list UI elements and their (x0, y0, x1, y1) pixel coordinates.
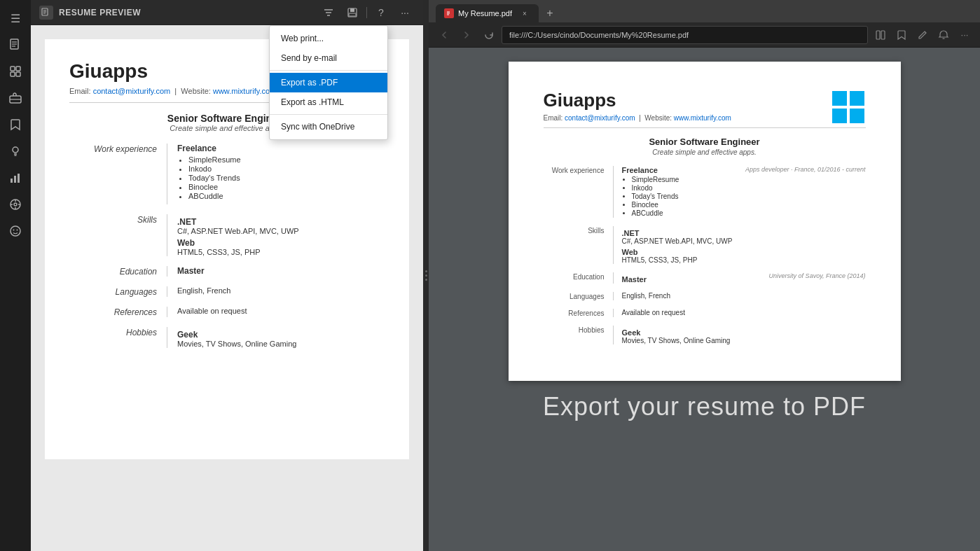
education-section: Education Master (69, 266, 385, 277)
more-button[interactable]: ··· (395, 4, 415, 21)
export-pdf-item[interactable]: Export as .PDF (270, 73, 387, 92)
pdf-languages-section: Languages English, French (544, 292, 866, 300)
dropdown-menu: Web print... Send by e-mail Export as .P… (269, 25, 388, 140)
notification-button[interactable] (934, 25, 953, 45)
browser-chrome: My Resume.pdf × + file:///C:/Users/cindo… (429, 0, 980, 48)
layout-icon[interactable] (3, 59, 28, 84)
references-content: Available on request (167, 307, 385, 317)
forward-button[interactable] (457, 25, 476, 45)
refresh-button[interactable] (479, 25, 499, 45)
skills-content: .NET C#, ASP.NET Web.API, MVC, UWP Web H… (167, 214, 385, 256)
briefcase-icon[interactable] (3, 85, 28, 111)
work-item: Inkodo (188, 165, 385, 173)
tab-favicon (444, 8, 454, 18)
pdf-job-title: Senior Software Engineer (544, 137, 866, 147)
svg-rect-15 (18, 174, 20, 183)
hobbies-section: Hobbies Geek Movies, TV Shows, Online Ga… (69, 327, 385, 348)
pdf-skill-net: .NET (622, 229, 866, 237)
chart-icon[interactable] (3, 165, 28, 190)
references-label: References (69, 307, 167, 317)
svg-rect-43 (850, 91, 864, 106)
panel-header: RESUME PREVIEW ? ··· (31, 0, 423, 25)
export-html-item[interactable]: Export as .HTML (270, 92, 387, 112)
address-bar[interactable]: file:///C:/Users/cindo/Documents/My%20Re… (502, 26, 868, 44)
pdf-languages-content: English, French (614, 292, 866, 300)
references-section: References Available on request (69, 307, 385, 317)
work-items-list: SimpleResume Inkodo Today's Trends Binoc… (177, 155, 385, 200)
pdf-work-item: Today's Trends (632, 193, 866, 200)
sync-onedrive-item[interactable]: Sync with OneDrive (270, 117, 387, 137)
pdf-skills-section: Skills .NET C#, ASP.NET Web.API, MVC, UW… (544, 226, 866, 264)
windows-logo (831, 90, 866, 125)
svg-rect-39 (876, 31, 880, 39)
pdf-content[interactable]: Giuapps Email: contact@mixturify.com | W… (429, 48, 980, 551)
help-button[interactable]: ? (371, 4, 391, 21)
pdf-skill-net-detail: C#, ASP.NET Web.API, MVC, UWP (622, 237, 866, 245)
back-button[interactable] (434, 25, 454, 45)
pdf-references-content: Available on request (614, 309, 866, 317)
pdf-website[interactable]: www.mixturify.com (674, 114, 731, 122)
work-experience-section: Work experience Freelance SimpleResume I… (69, 144, 385, 204)
send-email-item[interactable]: Send by e-mail (270, 48, 387, 68)
pdf-email[interactable]: contact@mixturify.com (565, 114, 635, 122)
hobby-title: Geek (177, 330, 385, 340)
panel-icon (39, 6, 53, 20)
bookmark-icon[interactable] (3, 112, 28, 137)
svg-rect-7 (16, 72, 20, 76)
pdf-work-item: Inkodo (632, 184, 866, 192)
education-content: Master (167, 266, 385, 277)
web-print-item[interactable]: Web print... (270, 29, 387, 48)
tools-icon[interactable] (3, 192, 28, 217)
pdf-work-item: Binoclee (632, 201, 866, 209)
hobbies-content: Geek Movies, TV Shows, Online Gaming (167, 327, 385, 348)
skill-net-title: .NET (177, 217, 385, 227)
languages-label: Languages (69, 286, 167, 297)
address-text: file:///C:/Users/cindo/Documents/My%20Re… (509, 31, 689, 39)
email-link[interactable]: contact@mixturify.com (93, 87, 171, 95)
bottom-export-text: Export your resume to PDF (543, 381, 866, 430)
svg-point-22 (11, 226, 20, 236)
resize-handle[interactable] (423, 0, 429, 551)
sidebar-toggle-button[interactable] (871, 25, 890, 45)
pdf-work-note: Apps developer · France, 01/2016 - curre… (745, 166, 866, 173)
resize-dots (425, 270, 427, 281)
menu-icon[interactable]: ☰ (3, 6, 28, 31)
svg-point-23 (13, 230, 15, 231)
pdf-panel: My Resume.pdf × + file:///C:/Users/cindo… (429, 0, 980, 551)
website-link[interactable]: www.mixturify.com (213, 87, 276, 95)
browser-tabs: My Resume.pdf × + (429, 0, 980, 22)
resume-panel: RESUME PREVIEW ? ··· Giuapps Email: cont… (31, 0, 423, 551)
smile-icon[interactable] (3, 218, 28, 244)
browser-more-button[interactable]: ··· (955, 25, 974, 45)
svg-rect-5 (16, 67, 20, 71)
edit-button[interactable] (913, 25, 932, 45)
browser-toolbar: file:///C:/Users/cindo/Documents/My%20Re… (429, 22, 980, 48)
panel-title: RESUME PREVIEW (59, 8, 313, 18)
email-label: Email: (69, 87, 91, 95)
pdf-work-label: Work experience (544, 166, 614, 218)
skill-web-title: Web (177, 238, 385, 248)
pdf-hobbies-content: Geek Movies, TV Shows, Online Gaming (614, 326, 866, 344)
skill-web-detail: HTML5, CSS3, JS, PHP (177, 248, 385, 256)
save-button[interactable] (343, 4, 362, 21)
tab-close-button[interactable]: × (519, 8, 530, 19)
pdf-subtitle: Create simple and effective apps. (544, 148, 866, 156)
bookmark-button[interactable] (892, 25, 911, 45)
pdf-work-list: SimpleResume Inkodo Today's Trends Binoc… (622, 176, 866, 217)
pdf-education-content: Master University of Savoy, France (2014… (614, 272, 866, 284)
browser-tab-active[interactable]: My Resume.pdf × (436, 4, 539, 22)
browser-actions: ··· (871, 25, 974, 45)
pdf-edu-note: University of Savoy, France (2014) (769, 272, 866, 279)
pdf-contact: Email: contact@mixturify.com | Website: … (544, 114, 866, 128)
pdf-page: Giuapps Email: contact@mixturify.com | W… (509, 62, 901, 381)
svg-point-10 (13, 147, 18, 153)
document-icon[interactable] (3, 32, 28, 57)
work-experience-content: Freelance SimpleResume Inkodo Today's Tr… (167, 144, 385, 204)
new-tab-button[interactable]: + (540, 4, 560, 22)
pdf-work-item: SimpleResume (632, 176, 866, 183)
work-item: ABCuddle (188, 192, 385, 200)
bulb-icon[interactable] (3, 139, 28, 164)
filter-button[interactable] (319, 4, 338, 21)
pdf-name: Giuapps (544, 90, 866, 111)
svg-rect-45 (850, 109, 864, 123)
